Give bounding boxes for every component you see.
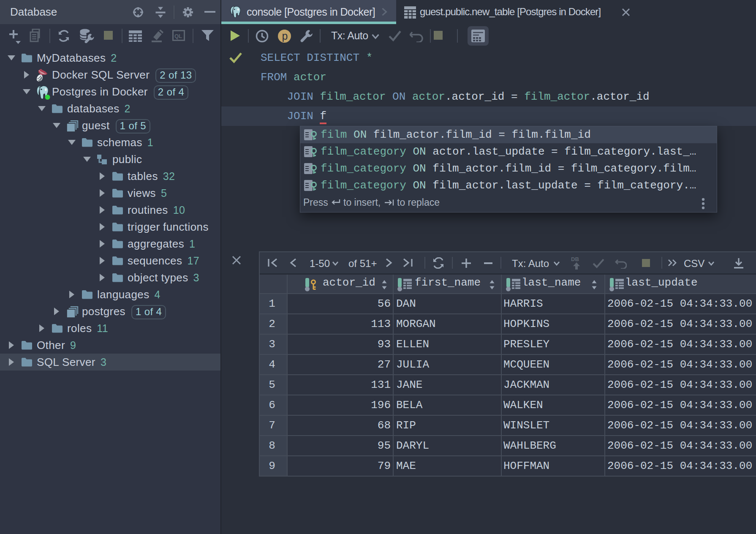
svg-text:DB: DB — [571, 256, 579, 262]
svg-text:QL: QL — [174, 33, 182, 39]
